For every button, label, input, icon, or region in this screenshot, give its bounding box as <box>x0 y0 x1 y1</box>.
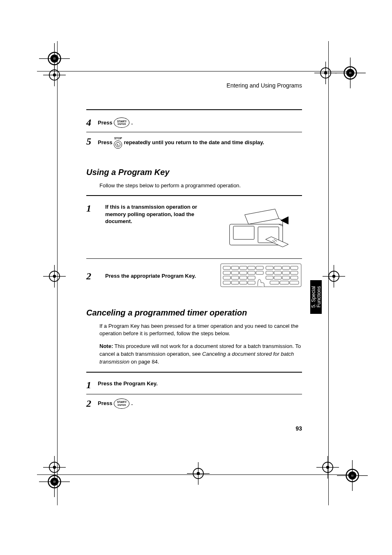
svg-rect-24 <box>231 276 239 279</box>
registration-mark-icon <box>39 466 70 497</box>
registration-mark-icon <box>39 261 70 292</box>
step-text: Press <box>98 119 112 127</box>
svg-rect-29 <box>282 276 290 279</box>
step-body: Press START/ ENTER . <box>98 398 302 409</box>
svg-rect-32 <box>231 281 239 284</box>
section-intro: Follow the steps below to perform a prog… <box>99 182 302 189</box>
svg-rect-8 <box>248 266 255 269</box>
step-5: 5 Press STOP repeatedly until you return… <box>86 136 302 149</box>
step-text-after: . <box>131 400 133 407</box>
step-body: Press the Program Key. <box>98 380 302 387</box>
section-rule <box>86 195 302 196</box>
start-enter-button-icon: START/ ENTER <box>114 117 129 128</box>
cancel-step-1: 1 Press the Program Key. <box>86 380 302 390</box>
section-intro: If a Program Key has been pressed for a … <box>99 322 302 337</box>
svg-rect-11 <box>274 266 281 269</box>
svg-rect-26 <box>248 276 255 279</box>
svg-rect-34 <box>248 281 255 284</box>
svg-rect-36 <box>280 281 289 284</box>
crop-guide-horizontal-top <box>37 71 353 71</box>
stop-button-icon: STOP <box>114 136 122 149</box>
svg-rect-16 <box>240 271 247 274</box>
step-divider <box>86 258 302 259</box>
step-number: 2 <box>86 271 98 281</box>
svg-rect-22 <box>291 271 298 274</box>
svg-rect-19 <box>266 271 273 274</box>
note-text-2: on page 84. <box>129 359 159 365</box>
cancel-step-2: 2 Press START/ ENTER . <box>86 398 302 409</box>
fax-load-document-illustration <box>220 203 302 254</box>
step-4: 4 Press START/ ENTER . <box>86 117 302 128</box>
svg-rect-14 <box>223 271 231 274</box>
svg-rect-35 <box>270 281 279 284</box>
step-text: Press <box>98 139 112 146</box>
svg-point-49 <box>324 71 327 75</box>
start-enter-button-icon: START/ ENTER <box>114 398 129 409</box>
step-text-after: . <box>131 119 133 127</box>
step-text-after: repeatedly until you return to the date … <box>124 139 264 146</box>
step-body: Press STOP repeatedly until you return t… <box>98 136 302 149</box>
svg-point-45 <box>53 74 56 77</box>
svg-rect-18 <box>256 271 263 274</box>
running-header: Entering and Using Programs <box>86 82 302 89</box>
step-text: Press the Program Key. <box>98 380 158 387</box>
step-body: Press the appropriate Program Key. <box>105 272 212 280</box>
step-number: 1 <box>86 380 98 390</box>
step-number: 1 <box>86 203 98 213</box>
svg-rect-23 <box>223 276 231 279</box>
svg-rect-25 <box>240 276 247 279</box>
svg-rect-9 <box>256 266 263 269</box>
svg-point-61 <box>332 275 336 278</box>
svg-marker-3 <box>281 216 288 224</box>
step-body: If this is a transmission operation or m… <box>105 203 212 225</box>
svg-point-65 <box>197 472 200 475</box>
step-text: Press the appropriate Program Key. <box>105 272 196 280</box>
svg-rect-10 <box>266 266 273 269</box>
svg-rect-30 <box>291 276 298 279</box>
svg-rect-15 <box>231 271 239 274</box>
svg-rect-21 <box>282 271 290 274</box>
svg-rect-28 <box>274 276 281 279</box>
step-text: If this is a transmission operation or m… <box>105 203 212 225</box>
svg-point-77 <box>326 466 330 469</box>
section-heading-canceling: Canceling a programmed timer operation <box>86 308 302 318</box>
svg-rect-33 <box>240 281 247 284</box>
section-heading-using: Using a Program Key <box>86 168 302 177</box>
svg-point-57 <box>53 275 56 278</box>
tab-line1: 5. Special <box>310 286 316 308</box>
note-label: Note: <box>99 343 113 349</box>
step-divider <box>86 394 302 394</box>
note-block: Note: This procedure will not work for a… <box>99 343 302 366</box>
page-content: Entering and Using Programs 4 Press STAR… <box>86 82 302 432</box>
step-number: 5 <box>86 136 98 146</box>
step-number: 4 <box>86 117 98 127</box>
page-number: 93 <box>86 425 302 432</box>
step-number: 2 <box>86 398 98 408</box>
svg-rect-37 <box>290 281 299 284</box>
registration-mark-icon <box>183 458 214 489</box>
svg-rect-20 <box>274 271 281 274</box>
svg-rect-27 <box>266 276 273 279</box>
program-key-panel-illustration <box>220 263 302 289</box>
using-step-1: 1 If this is a transmission operation or… <box>86 203 302 254</box>
step-divider <box>86 132 302 132</box>
registration-mark-icon <box>39 60 70 90</box>
section-rule-top <box>86 109 302 110</box>
svg-rect-5 <box>223 266 231 269</box>
svg-rect-1 <box>233 226 254 239</box>
registration-mark-icon <box>318 261 349 292</box>
svg-rect-6 <box>231 266 239 269</box>
using-step-2: 2 Press the appropriate Program Key. <box>86 263 302 289</box>
step-text: Press <box>98 400 112 407</box>
svg-rect-7 <box>240 266 247 269</box>
svg-rect-12 <box>282 266 290 269</box>
svg-rect-17 <box>248 271 255 274</box>
step-body: Press START/ ENTER . <box>98 117 302 128</box>
svg-rect-31 <box>223 281 231 284</box>
registration-mark-icon <box>335 58 366 88</box>
registration-mark-icon <box>337 460 368 491</box>
section-rule <box>86 372 302 373</box>
svg-rect-13 <box>291 266 298 269</box>
